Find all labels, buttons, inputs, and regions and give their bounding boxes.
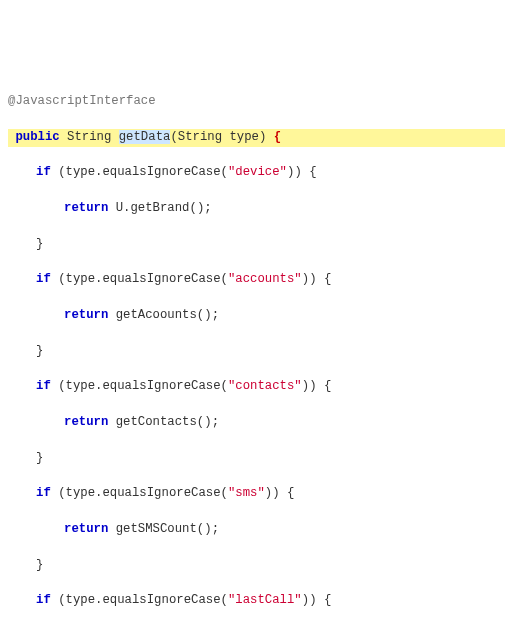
paren: ( [190,201,197,215]
brace-close: } [36,237,43,251]
paren: ( [58,272,65,286]
annotation-line: @JavascriptInterface [8,93,505,111]
semicolon: ; [212,415,219,429]
method-call: equalsIgnoreCase [102,379,220,393]
kw-return: return [64,308,108,322]
brace-open: { [274,130,281,144]
param-type: String [178,130,222,144]
code-line: } [8,343,505,361]
method-call: equalsIgnoreCase [102,272,220,286]
method-call: getBrand [130,201,189,215]
paren-close: ) [259,130,266,144]
paren: ) [309,593,316,607]
code-line: if (type.equalsIgnoreCase("contacts")) { [8,378,505,396]
code-line: if (type.equalsIgnoreCase("lastCall")) { [8,592,505,610]
kw-return: return [64,522,108,536]
brace-close: } [36,558,43,572]
brace-close: } [36,451,43,465]
paren: ( [221,165,228,179]
ident: type [66,593,96,607]
kw-if: if [36,593,51,607]
paren: ( [58,486,65,500]
class-ref: U [116,201,123,215]
ident: type [66,165,96,179]
paren: ) [294,165,301,179]
semicolon: ; [212,308,219,322]
paren-open: ( [170,130,177,144]
method-call: equalsIgnoreCase [102,165,220,179]
brace: { [287,486,294,500]
paren: ( [221,486,228,500]
paren: ) [204,522,211,536]
code-line: } [8,557,505,575]
brace: { [324,593,331,607]
paren: ( [221,379,228,393]
method-call: getAcoounts [116,308,197,322]
kw-if: if [36,486,51,500]
param-name: type [229,130,259,144]
method-call: getContacts [116,415,197,429]
paren: ) [309,272,316,286]
code-line: return U.getBrand(); [8,200,505,218]
string-literal: "contacts" [228,379,302,393]
kw-return: return [64,201,108,215]
method-call: getSMSCount [116,522,197,536]
brace-close: } [36,344,43,358]
paren: ) [204,415,211,429]
type-string: String [67,130,111,144]
kw-public: public [15,130,59,144]
paren: ( [58,165,65,179]
ident: type [66,272,96,286]
method-call: equalsIgnoreCase [102,486,220,500]
semicolon: ; [212,522,219,536]
string-literal: "lastCall" [228,593,302,607]
string-literal: "device" [228,165,287,179]
kw-if: if [36,272,51,286]
paren: ( [58,593,65,607]
code-line: return getSMSCount(); [8,521,505,539]
method-signature-line: public String getData(String type) { [8,129,505,147]
code-line: } [8,450,505,468]
code-line: } [8,236,505,254]
code-line: if (type.equalsIgnoreCase("accounts")) { [8,271,505,289]
paren: ) [309,379,316,393]
semicolon: ; [204,201,211,215]
string-literal: "accounts" [228,272,302,286]
kw-return: return [64,415,108,429]
kw-if: if [36,165,51,179]
ident: type [66,379,96,393]
kw-if: if [36,379,51,393]
string-literal: "sms" [228,486,265,500]
brace: { [324,379,331,393]
code-line: return getContacts(); [8,414,505,432]
annotation: @JavascriptInterface [8,94,156,108]
method-call: equalsIgnoreCase [102,593,220,607]
code-line: if (type.equalsIgnoreCase("device")) { [8,164,505,182]
brace: { [324,272,331,286]
paren: ( [221,593,228,607]
ident: type [66,486,96,500]
code-block: @JavascriptInterface public String getDa… [8,75,505,619]
method-name: getData [119,130,171,144]
brace: { [309,165,316,179]
code-line: if (type.equalsIgnoreCase("sms")) { [8,485,505,503]
paren: ) [272,486,279,500]
code-line: return getAcoounts(); [8,307,505,325]
paren: ( [58,379,65,393]
paren: ( [221,272,228,286]
paren: ) [204,308,211,322]
